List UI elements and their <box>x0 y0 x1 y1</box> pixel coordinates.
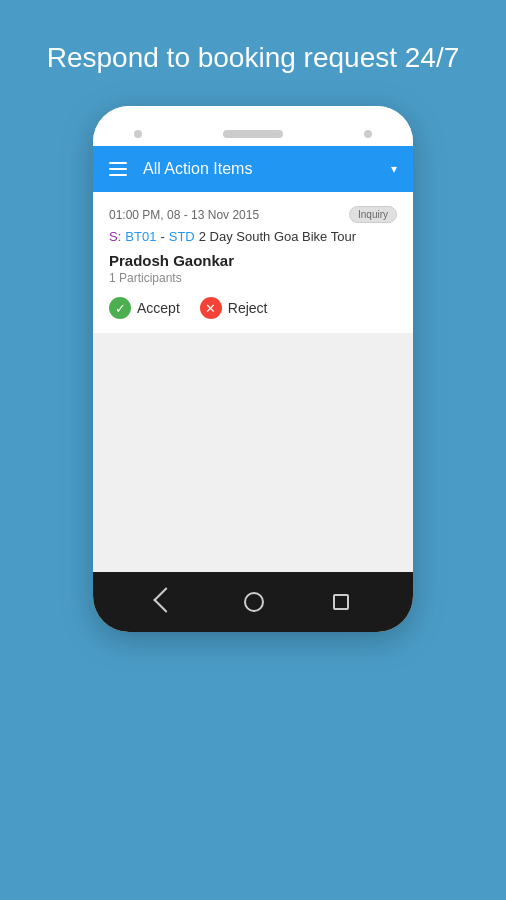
home-icon <box>244 592 264 612</box>
nav-back-button[interactable] <box>157 591 175 614</box>
phone-camera <box>134 130 142 138</box>
label-std: STD <box>169 229 195 244</box>
hero-title: Respond to booking request 24/7 <box>7 0 500 106</box>
inquiry-badge: Inquiry <box>349 206 397 223</box>
card-tour-row: S: BT01 - STD 2 Day South Goa Bike Tour <box>109 229 397 244</box>
participants-count: 1 Participants <box>109 271 397 285</box>
app-header: All Action Items ▾ <box>93 146 413 192</box>
reject-button[interactable]: ✕ Reject <box>200 297 268 319</box>
reject-label: Reject <box>228 300 268 316</box>
phone-top-bar <box>93 106 413 146</box>
back-icon <box>157 591 175 614</box>
phone-device: All Action Items ▾ 01:00 PM, 08 - 13 Nov… <box>93 106 413 632</box>
header-title: All Action Items <box>143 160 375 178</box>
label-s: S: <box>109 229 121 244</box>
phone-content-area: 01:00 PM, 08 - 13 Nov 2015 Inquiry S: BT… <box>93 192 413 572</box>
card-time-row: 01:00 PM, 08 - 13 Nov 2015 Inquiry <box>109 206 397 223</box>
reject-icon: ✕ <box>200 297 222 319</box>
dropdown-arrow-icon[interactable]: ▾ <box>391 162 397 176</box>
card-actions: ✓ Accept ✕ Reject <box>109 297 397 319</box>
phone-nav-bar <box>93 572 413 632</box>
label-separator: - <box>160 229 164 244</box>
accept-icon: ✓ <box>109 297 131 319</box>
accept-button[interactable]: ✓ Accept <box>109 297 180 319</box>
recents-icon <box>333 594 349 610</box>
booking-card: 01:00 PM, 08 - 13 Nov 2015 Inquiry S: BT… <box>93 192 413 333</box>
nav-home-button[interactable] <box>244 592 264 612</box>
label-bt01: BT01 <box>125 229 156 244</box>
hamburger-button[interactable] <box>109 162 127 176</box>
customer-name: Pradosh Gaonkar <box>109 252 397 269</box>
phone-sensor <box>364 130 372 138</box>
phone-speaker <box>223 130 283 138</box>
accept-label: Accept <box>137 300 180 316</box>
nav-recents-button[interactable] <box>333 594 349 610</box>
tour-name: 2 Day South Goa Bike Tour <box>199 229 356 244</box>
card-datetime: 01:00 PM, 08 - 13 Nov 2015 <box>109 208 259 222</box>
